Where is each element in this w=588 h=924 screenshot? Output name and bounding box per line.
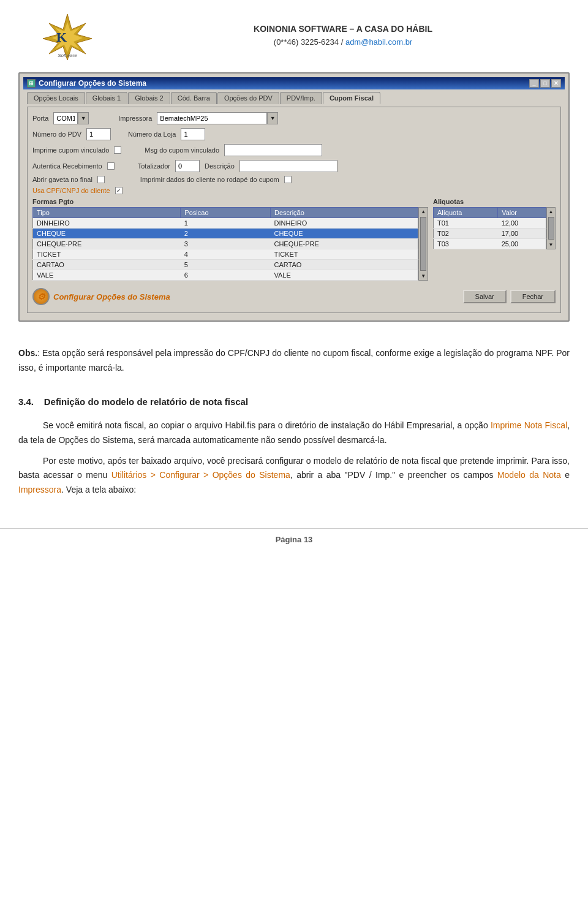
cell-descricao: CHEQUE bbox=[270, 229, 418, 239]
scroll-up-arrow[interactable]: ▲ bbox=[548, 208, 555, 216]
cell-tipo: CARTAO bbox=[33, 260, 181, 270]
phone: (0**46) 3225-6234 bbox=[274, 37, 339, 47]
para2-cont3: . Veja a tela abaixo: bbox=[61, 485, 136, 494]
tab-opcoes-locais[interactable]: Opções Locais bbox=[27, 92, 85, 104]
msg-cupom-input[interactable] bbox=[224, 144, 322, 156]
scroll-up-arrow[interactable]: ▲ bbox=[420, 208, 427, 216]
abrir-gaveta-checkbox[interactable] bbox=[97, 176, 105, 183]
maximize-button[interactable]: □ bbox=[540, 79, 550, 88]
doc-content: Obs.: Esta opção será responsável pela i… bbox=[0, 334, 588, 516]
formas-pgto-table: Tipo Posicao Descrição DINHEIRO 1 DINHEI… bbox=[32, 207, 418, 281]
formas-pgto-scrollbar[interactable]: ▲ ▼ bbox=[418, 207, 428, 281]
tab-globais2[interactable]: Globais 2 bbox=[128, 92, 170, 104]
cell-tipo: CHEQUE-PRE bbox=[33, 239, 181, 249]
tab-opcoes-pdv[interactable]: Opções do PDV bbox=[217, 92, 279, 104]
header-info: KOINONIA SOFTWARE – A CASA DO HÁBIL (0**… bbox=[116, 22, 570, 48]
para2-cont: , abrir a aba "PDV / Imp." e preencher o… bbox=[290, 470, 497, 480]
logo-area: K Software bbox=[18, 11, 116, 60]
contact-info: (0**46) 3225-6234 / adm@habil.com.br bbox=[116, 36, 570, 49]
para2: Por este motivo, após ter baixado arquiv… bbox=[18, 454, 570, 498]
porta-input[interactable] bbox=[53, 112, 78, 124]
imprime-cupom-checkbox[interactable] bbox=[114, 146, 121, 154]
form-row-pdv-loja: Número do PDV Número da Loja bbox=[32, 128, 556, 140]
table-row[interactable]: DINHEIRO 1 DINHEIRO bbox=[33, 218, 418, 229]
cell-descricao: CHEQUE-PRE bbox=[270, 239, 418, 249]
imprimir-dados-label: Imprimir dados do cliente no rodapé do c… bbox=[140, 176, 279, 183]
para1: Se você emitirá nota fiscal, ao copiar o… bbox=[18, 418, 570, 448]
impressora-label: Impressora bbox=[118, 115, 152, 122]
impressora-dropdown-group[interactable]: ▼ bbox=[157, 112, 278, 124]
imprime-cupom-label: Imprime cupom vinculado bbox=[32, 146, 109, 154]
obs-label: Obs. bbox=[18, 348, 37, 358]
tables-section: Formas Pgto Tipo Posicao Descrição bbox=[32, 198, 556, 281]
cell-posicao: 5 bbox=[181, 260, 271, 270]
section-title: 3.4. Definição do modelo de relatório de… bbox=[18, 394, 570, 410]
imprime-nota-link: Imprime Nota Fiscal bbox=[491, 420, 567, 430]
scroll-down-arrow[interactable]: ▼ bbox=[548, 241, 555, 249]
tab-pdv-imp[interactable]: PDV/Imp. bbox=[280, 92, 322, 104]
aliquotas-scrollbar[interactable]: ▲ ▼ bbox=[546, 207, 556, 249]
table-row[interactable]: CHEQUE-PRE 3 CHEQUE-PRE bbox=[33, 239, 418, 249]
impressora-input[interactable] bbox=[157, 112, 267, 124]
totalizador-input[interactable] bbox=[175, 160, 200, 172]
table-row[interactable]: VALE 6 VALE bbox=[33, 270, 418, 281]
cell-valor: 12,00 bbox=[498, 218, 546, 229]
gear-icon: ⚙ bbox=[32, 288, 50, 305]
cell-tipo: TICKET bbox=[33, 249, 181, 260]
cell-posicao: 4 bbox=[181, 249, 271, 260]
scroll-down-arrow[interactable]: ▼ bbox=[420, 272, 427, 280]
window-content: Opções Locais Globais 1 Globais 2 Cód. B… bbox=[23, 89, 565, 317]
cell-tipo: DINHEIRO bbox=[33, 218, 181, 229]
minimize-button[interactable]: _ bbox=[529, 79, 539, 88]
svg-text:K: K bbox=[56, 29, 67, 45]
fechar-button[interactable]: Fechar bbox=[510, 290, 556, 303]
porta-dropdown-group[interactable]: ▼ bbox=[53, 112, 89, 124]
th-aliquota: Alíquota bbox=[434, 208, 498, 218]
salvar-button[interactable]: Salvar bbox=[463, 290, 507, 303]
num-loja-input[interactable] bbox=[181, 128, 205, 140]
cell-posicao: 1 bbox=[181, 218, 271, 229]
email-link[interactable]: adm@habil.com.br bbox=[345, 37, 412, 47]
porta-label: Porta bbox=[32, 115, 48, 122]
table-row[interactable]: CHEQUE 2 CHEQUE bbox=[33, 229, 418, 239]
para1-text: Se você emitirá nota fiscal, ao copiar o… bbox=[43, 420, 491, 430]
table-row[interactable]: T01 12,00 bbox=[434, 218, 546, 229]
descricao-input[interactable] bbox=[239, 160, 337, 172]
tab-cupom-fiscal[interactable]: Cupom Fiscal bbox=[323, 92, 380, 104]
para2-cont2: e bbox=[561, 470, 570, 480]
table-row[interactable]: CARTAO 5 CARTAO bbox=[33, 260, 418, 270]
formas-pgto-group: Formas Pgto Tipo Posicao Descrição bbox=[32, 198, 428, 281]
form-row-cpf: Usa CPF/CNPJ do cliente bbox=[32, 187, 556, 194]
section-heading: Definição do modelo de relatório de nota… bbox=[44, 396, 248, 407]
porta-dropdown-arrow[interactable]: ▼ bbox=[78, 112, 89, 124]
window-title: Configurar Opções do Sistema bbox=[39, 79, 146, 88]
main-panel: Porta ▼ Impressora ▼ Número do PDV Númer… bbox=[27, 107, 561, 313]
cell-valor: 25,00 bbox=[498, 239, 546, 249]
table-row[interactable]: TICKET 4 TICKET bbox=[33, 249, 418, 260]
usa-cpf-checkbox[interactable] bbox=[115, 187, 123, 194]
cell-posicao: 6 bbox=[181, 270, 271, 281]
autentica-checkbox[interactable] bbox=[107, 162, 115, 170]
tab-cod-barra[interactable]: Cód. Barra bbox=[171, 92, 217, 104]
impressora-dropdown-arrow[interactable]: ▼ bbox=[267, 112, 278, 124]
window-titlebar: ⊞ Configurar Opções do Sistema _ □ ✕ bbox=[23, 77, 565, 89]
form-row-autentica: Autentica Recebimento Totalizador Descri… bbox=[32, 160, 556, 172]
num-pdv-input[interactable] bbox=[86, 128, 111, 140]
cell-aliquota: T02 bbox=[434, 229, 498, 239]
obs-text: : Esta opção será responsável pela impre… bbox=[18, 348, 570, 373]
tab-globais1[interactable]: Globais 1 bbox=[86, 92, 127, 104]
table-row[interactable]: T03 25,00 bbox=[434, 239, 546, 249]
bottom-title-area: ⚙ Configurar Opções do Sistema bbox=[32, 288, 170, 305]
tab-bar: Opções Locais Globais 1 Globais 2 Cód. B… bbox=[27, 92, 561, 104]
descricao-label: Descrição bbox=[205, 162, 235, 170]
abrir-gaveta-label: Abrir gaveta no final bbox=[32, 176, 92, 183]
window-controls[interactable]: _ □ ✕ bbox=[529, 79, 561, 88]
table-row[interactable]: T02 17,00 bbox=[434, 229, 546, 239]
footer: Página 13 bbox=[0, 528, 588, 550]
screenshot-container: ⊞ Configurar Opções do Sistema _ □ ✕ Opç… bbox=[18, 72, 570, 322]
imprimir-dados-checkbox[interactable] bbox=[284, 176, 292, 183]
usa-cpf-label[interactable]: Usa CPF/CNPJ do cliente bbox=[32, 187, 110, 194]
close-button[interactable]: ✕ bbox=[551, 79, 561, 88]
formas-pgto-table-container: Tipo Posicao Descrição DINHEIRO 1 DINHEI… bbox=[32, 207, 428, 281]
totalizador-label: Totalizador bbox=[138, 162, 170, 170]
